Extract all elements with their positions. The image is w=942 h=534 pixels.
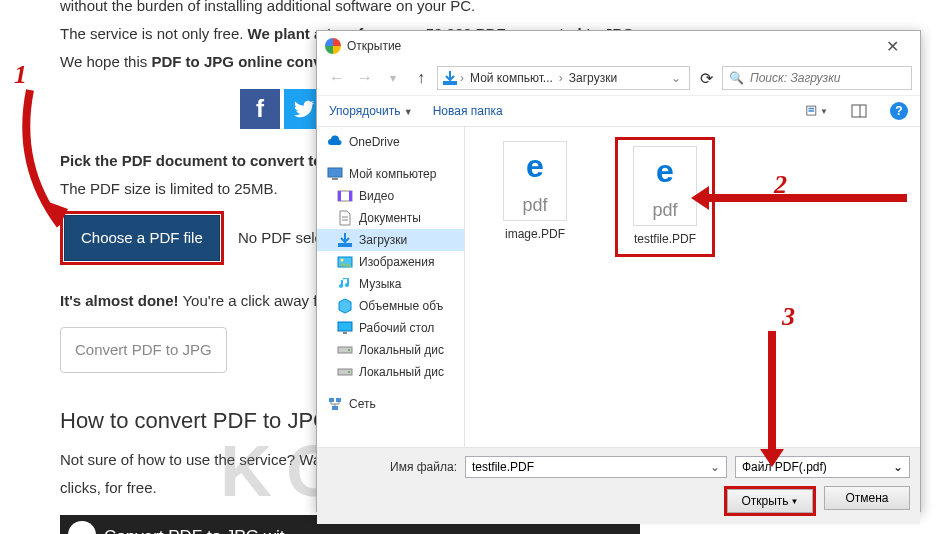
svg-rect-12 bbox=[338, 191, 341, 201]
choose-pdf-button[interactable]: Choose a PDF file bbox=[64, 215, 220, 261]
images-icon bbox=[337, 254, 353, 270]
annotation-1: 1 bbox=[14, 60, 27, 90]
svg-rect-20 bbox=[343, 332, 347, 334]
video-channel-icon bbox=[68, 521, 96, 534]
file-name: testfile.PDF bbox=[626, 232, 704, 246]
text-line: without the burden of installing additio… bbox=[60, 0, 930, 18]
chrome-icon bbox=[325, 38, 341, 54]
svg-point-18 bbox=[341, 259, 344, 262]
downloads-icon bbox=[337, 232, 353, 248]
chevron-down-icon[interactable]: ⌄ bbox=[893, 460, 903, 474]
path-segment[interactable]: Мой компьют... bbox=[466, 71, 557, 85]
dialog-titlebar: Открытие ✕ bbox=[317, 31, 920, 61]
tree-music[interactable]: Музыка bbox=[317, 273, 464, 295]
nav-forward-button[interactable]: → bbox=[353, 66, 377, 90]
dialog-toolbar: Упорядочить ▼ Новая папка ▼ ? bbox=[317, 95, 920, 127]
edge-icon: e bbox=[656, 153, 674, 190]
file-thumbnail: epdf bbox=[503, 141, 567, 221]
filetype-field[interactable]: Файл PDF(.pdf)⌄ bbox=[735, 456, 910, 478]
desktop-icon bbox=[337, 320, 353, 336]
refresh-button[interactable]: ⟳ bbox=[694, 66, 718, 90]
preview-pane-button[interactable] bbox=[848, 100, 870, 122]
help-button[interactable]: ? bbox=[890, 102, 908, 120]
search-icon: 🔍 bbox=[729, 71, 744, 85]
close-button[interactable]: ✕ bbox=[872, 32, 912, 60]
nav-up-button[interactable]: ↑ bbox=[409, 66, 433, 90]
cube-icon bbox=[337, 298, 353, 314]
chevron-right-icon: › bbox=[460, 71, 464, 85]
video-title: Convert PDF to JPG wit bbox=[104, 523, 284, 534]
tree-images[interactable]: Изображения bbox=[317, 251, 464, 273]
search-field[interactable]: 🔍 bbox=[722, 66, 912, 90]
new-folder-button[interactable]: Новая папка bbox=[433, 104, 503, 118]
svg-rect-13 bbox=[349, 191, 352, 201]
filename-label: Имя файла: bbox=[327, 460, 457, 474]
tree-mycomputer[interactable]: Мой компьютер bbox=[317, 163, 464, 185]
svg-rect-25 bbox=[329, 398, 334, 402]
cloud-icon bbox=[327, 134, 343, 150]
nav-recent-button[interactable]: ▾ bbox=[381, 66, 405, 90]
facebook-button[interactable]: f bbox=[240, 89, 280, 129]
edge-icon: e bbox=[526, 148, 544, 185]
tree-video[interactable]: Видео bbox=[317, 185, 464, 207]
file-item[interactable]: epdf image.PDF bbox=[485, 137, 585, 245]
chevron-down-icon[interactable]: ⌄ bbox=[710, 460, 720, 474]
music-icon bbox=[337, 276, 353, 292]
svg-rect-10 bbox=[332, 178, 338, 180]
address-bar: ← → ▾ ↑ › Мой компьют... › Загрузки ⌄ ⟳ … bbox=[317, 61, 920, 95]
svg-rect-7 bbox=[852, 105, 866, 117]
dialog-footer: Имя файла: testfile.PDF⌄ Файл PDF(.pdf)⌄… bbox=[317, 447, 920, 524]
chevron-down-icon[interactable]: ⌄ bbox=[671, 71, 681, 85]
computer-icon bbox=[327, 166, 343, 182]
svg-rect-5 bbox=[808, 108, 814, 110]
tree-network[interactable]: Сеть bbox=[317, 393, 464, 415]
open-button[interactable]: Открыть ▼ bbox=[727, 489, 813, 513]
svg-rect-26 bbox=[336, 398, 341, 402]
file-name: image.PDF bbox=[489, 227, 581, 241]
network-icon bbox=[327, 396, 343, 412]
tree-documents[interactable]: Документы bbox=[317, 207, 464, 229]
filename-field[interactable]: testfile.PDF⌄ bbox=[465, 456, 727, 478]
svg-rect-3 bbox=[443, 81, 457, 85]
tree-localdisk-1[interactable]: Локальный дис bbox=[317, 339, 464, 361]
downloads-icon bbox=[442, 70, 458, 86]
tree-downloads[interactable]: Загрузки bbox=[317, 229, 464, 251]
cancel-button[interactable]: Отмена bbox=[824, 486, 910, 510]
svg-rect-6 bbox=[808, 110, 814, 112]
convert-button[interactable]: Convert PDF to JPG bbox=[60, 327, 227, 373]
svg-rect-16 bbox=[338, 243, 352, 247]
document-icon bbox=[337, 210, 353, 226]
annotation-highlight-1: Choose a PDF file bbox=[60, 211, 224, 265]
chevron-right-icon: › bbox=[559, 71, 563, 85]
tree-onedrive[interactable]: OneDrive bbox=[317, 131, 464, 153]
search-input[interactable] bbox=[750, 71, 905, 85]
svg-point-24 bbox=[348, 371, 350, 373]
file-list: epdf image.PDF epdf testfile.PDF bbox=[465, 127, 920, 447]
tree-3dobjects[interactable]: Объемные объ bbox=[317, 295, 464, 317]
svg-rect-19 bbox=[338, 322, 352, 331]
file-thumbnail: epdf bbox=[633, 146, 697, 226]
file-item-selected[interactable]: epdf testfile.PDF bbox=[615, 137, 715, 257]
video-icon bbox=[337, 188, 353, 204]
view-mode-button[interactable]: ▼ bbox=[806, 100, 828, 122]
file-open-dialog: Открытие ✕ ← → ▾ ↑ › Мой компьют... › За… bbox=[316, 30, 921, 512]
path-segment[interactable]: Загрузки bbox=[565, 71, 621, 85]
tree-desktop[interactable]: Рабочий стол bbox=[317, 317, 464, 339]
organize-menu[interactable]: Упорядочить ▼ bbox=[329, 104, 413, 118]
nav-back-button[interactable]: ← bbox=[325, 66, 349, 90]
path-breadcrumb[interactable]: › Мой компьют... › Загрузки ⌄ bbox=[437, 66, 690, 90]
tree-localdisk-2[interactable]: Локальный дис bbox=[317, 361, 464, 383]
folder-tree: OneDrive Мой компьютер Видео Документы З… bbox=[317, 127, 465, 447]
drive-icon bbox=[337, 342, 353, 358]
dialog-title: Открытие bbox=[347, 39, 872, 53]
svg-point-22 bbox=[348, 349, 350, 351]
svg-rect-27 bbox=[332, 406, 338, 410]
drive-icon bbox=[337, 364, 353, 380]
annotation-highlight-3: Открыть ▼ bbox=[724, 486, 816, 516]
svg-rect-9 bbox=[328, 168, 342, 177]
